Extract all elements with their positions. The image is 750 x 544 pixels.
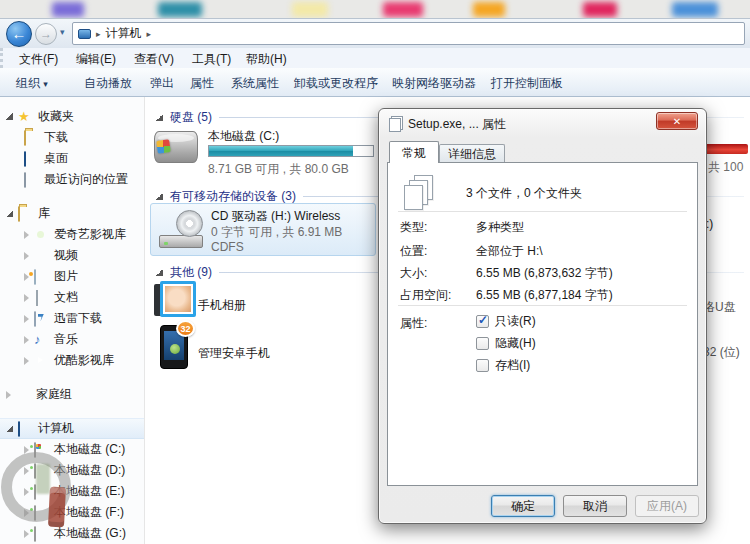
close-button[interactable]: ✕ — [656, 112, 698, 130]
collapsed-triangle-icon[interactable] — [24, 446, 29, 454]
expanded-triangle-icon[interactable] — [6, 210, 13, 217]
desktop-icon — [473, 2, 505, 17]
tab-general[interactable]: 常规 — [389, 141, 439, 163]
computer-icon — [18, 421, 20, 437]
system-drive-icon — [34, 442, 36, 458]
explorer-navigation-bar: ← → ▾ ▸ 计算机 ▸ — [0, 18, 750, 48]
harddisk-icon[interactable] — [154, 131, 198, 163]
cd-drive-item-selected[interactable]: CD 驱动器 (H:) Wireless 0 字节 可用 , 共 6.91 MB… — [150, 203, 376, 256]
sidebar-item-drive-e[interactable]: 本地磁盘 (E:) — [0, 481, 144, 502]
back-arrow-icon: ← — [12, 25, 27, 42]
sidebar-item-iqiyi-library[interactable]: 爱奇艺影视库 — [0, 224, 144, 245]
cancel-button[interactable]: 取消 — [563, 495, 627, 517]
uninstall-program-button[interactable]: 卸载或更改程序 — [294, 75, 378, 92]
attributes-label: 属性: — [400, 315, 427, 332]
menu-view[interactable]: 查看(V) — [134, 51, 174, 68]
sidebar-item-drive-f[interactable]: 本地磁盘 (F:) — [0, 502, 144, 523]
sidebar-item-music[interactable]: ♪ 音乐 — [0, 329, 144, 350]
sidebar-item-youku-library[interactable]: 优酷影视库 — [0, 350, 144, 371]
collapsed-triangle-icon[interactable] — [6, 391, 11, 399]
collapsed-triangle-icon[interactable] — [24, 357, 29, 365]
collapsed-triangle-icon[interactable] — [24, 252, 29, 260]
forward-arrow-icon: → — [40, 27, 52, 41]
cd-drive-icon — [159, 210, 205, 250]
drive-icon — [34, 463, 36, 479]
sidebar-item-pictures[interactable]: 图片 — [0, 266, 144, 287]
autoplay-button[interactable]: 自动播放 — [84, 75, 132, 92]
computer-icon — [78, 29, 91, 39]
cd-drive-filesystem: CDFS — [211, 240, 244, 254]
expanded-triangle-icon[interactable] — [6, 113, 13, 120]
collapsed-triangle-icon[interactable] — [24, 294, 29, 302]
desktop-icon — [383, 2, 423, 17]
collapsed-triangle-icon[interactable] — [24, 509, 29, 517]
archive-checkbox-row[interactable]: 存档(I) — [476, 357, 530, 374]
eject-button[interactable]: 弹出 — [150, 75, 174, 92]
back-button[interactable]: ← — [6, 21, 32, 47]
chevron-down-icon: ▾ — [43, 79, 48, 89]
sidebar-item-homegroup[interactable]: 家庭组 — [0, 384, 144, 405]
drive-d-caption-fragment: 共 100 — [708, 159, 743, 176]
checkbox-unchecked[interactable] — [476, 337, 489, 350]
libraries-icon — [18, 206, 20, 222]
collapsed-triangle-icon[interactable] — [24, 488, 29, 496]
open-control-panel-button[interactable]: 打开控制面板 — [491, 75, 563, 92]
phone-album-icon[interactable] — [154, 281, 196, 319]
sidebar-item-recent-places[interactable]: 最近访问的位置 — [0, 169, 144, 190]
desktop-background — [0, 0, 750, 20]
sidebar-item-documents[interactable]: 文档 — [0, 287, 144, 308]
desktop-icon — [158, 2, 202, 17]
recent-pages-dropdown[interactable]: ▾ — [60, 27, 65, 37]
phone-album-label[interactable]: 手机相册 — [198, 297, 246, 314]
breadcrumb-computer[interactable]: 计算机 — [106, 25, 142, 42]
sidebar-item-desktop[interactable]: 桌面 — [0, 148, 144, 169]
sidebar-item-computer[interactable]: 计算机 — [0, 418, 144, 439]
properties-button[interactable]: 属性 — [190, 75, 214, 92]
recent-places-icon — [24, 172, 26, 188]
menu-help[interactable]: 帮助(H) — [246, 51, 287, 68]
menu-edit[interactable]: 编辑(E) — [76, 51, 116, 68]
apply-button[interactable]: 应用(A) — [635, 495, 699, 517]
close-icon: ✕ — [673, 116, 681, 127]
organize-button[interactable]: 组织 ▾ — [16, 75, 48, 92]
system-properties-button[interactable]: 系统属性 — [231, 75, 279, 92]
sidebar-item-favorites[interactable]: ★ 收藏夹 — [0, 106, 144, 127]
manage-android-label[interactable]: 管理安卓手机 — [198, 345, 270, 362]
collapsed-triangle-icon[interactable] — [24, 530, 29, 538]
sidebar-item-downloads[interactable]: 下载 — [0, 127, 144, 148]
ok-button[interactable]: 确定 — [491, 495, 555, 517]
checkbox-checked[interactable]: ✓ — [476, 315, 489, 328]
collapsed-triangle-icon[interactable] — [24, 231, 29, 239]
hidden-checkbox-row[interactable]: 隐藏(H) — [476, 335, 536, 352]
tab-details[interactable]: 详细信息 — [439, 144, 505, 163]
cd-drive-caption: 0 字节 可用 , 共 6.91 MB — [211, 224, 342, 241]
sidebar-item-thunder-downloads[interactable]: 迅雷下载 — [0, 308, 144, 329]
collapsed-triangle-icon[interactable] — [24, 467, 29, 475]
pictures-icon — [34, 269, 36, 285]
sidebar-item-libraries[interactable]: 库 — [0, 203, 144, 224]
drive-c-usage-bar — [208, 145, 374, 157]
sidebar-item-drive-g[interactable]: 本地磁盘 (G:) — [0, 523, 144, 544]
expanded-triangle-icon[interactable] — [6, 425, 13, 432]
navigation-pane: ★ 收藏夹 下载 桌面 最近访问的位置 库 爱奇艺影视库 视 — [0, 97, 145, 544]
sidebar-item-drive-c[interactable]: 本地磁盘 (C:) — [0, 439, 144, 460]
sidebar-item-videos[interactable]: 视频 — [0, 245, 144, 266]
field-size-value: 6.55 MB (6,873,632 字节) — [476, 265, 613, 282]
map-network-drive-button[interactable]: 映射网络驱动器 — [392, 75, 476, 92]
drive-c-caption: 8.71 GB 可用 , 共 80.0 GB — [208, 161, 349, 178]
collapsed-triangle-icon[interactable] — [24, 336, 29, 344]
forward-button[interactable]: → — [35, 23, 57, 45]
drive-icon — [34, 484, 36, 500]
collapsed-triangle-icon[interactable] — [24, 315, 29, 323]
readonly-checkbox-row[interactable]: ✓ 只读(R) — [476, 313, 536, 330]
network-udisk-fragment: 络U盘 — [703, 299, 736, 316]
menu-file[interactable]: 文件(F) — [19, 51, 58, 68]
menu-bar: 文件(F) 编辑(E) 查看(V) 工具(T) 帮助(H) — [0, 48, 750, 68]
address-bar[interactable]: ▸ 计算机 ▸ — [72, 22, 745, 45]
drive-c-name[interactable]: 本地磁盘 (C:) — [208, 128, 279, 145]
android-phone-icon[interactable]: 32 — [160, 325, 188, 369]
sidebar-item-drive-d[interactable]: 本地磁盘 (D:) — [0, 460, 144, 481]
menu-tools[interactable]: 工具(T) — [192, 51, 231, 68]
checkbox-unchecked[interactable] — [476, 359, 489, 372]
desktop-icon — [672, 2, 718, 17]
